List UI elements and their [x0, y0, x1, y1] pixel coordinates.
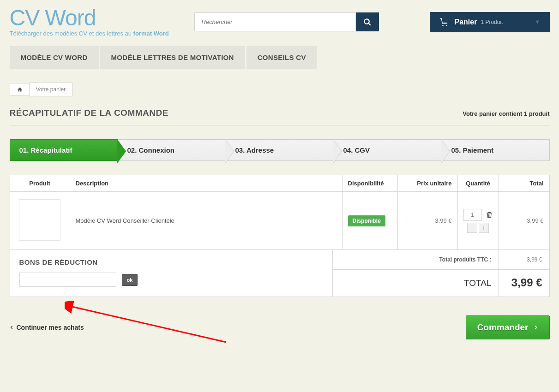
col-product: Produit	[10, 175, 70, 192]
unit-price: 3,99 €	[397, 192, 457, 250]
cart-icon	[439, 18, 449, 27]
chevron-left-icon	[10, 324, 14, 331]
breadcrumb-home[interactable]	[10, 83, 30, 96]
tagline: Télécharger des modèles CV et des lettre…	[10, 30, 180, 37]
quantity-input[interactable]	[463, 209, 482, 221]
continue-shopping-link[interactable]: Continuer mes achats	[10, 324, 84, 331]
logo: CV Word	[10, 7, 180, 29]
voucher-input[interactable]	[19, 273, 116, 287]
cart-widget[interactable]: Panier 1 Produit ▼	[430, 12, 550, 32]
search-icon	[363, 18, 372, 26]
nav-cv-word[interactable]: MODÈLE CV WORD	[10, 46, 99, 69]
search-input[interactable]	[194, 12, 356, 31]
cart-summary-text: Votre panier contient 1 produit	[463, 110, 549, 117]
svg-line-1	[368, 23, 371, 25]
voucher-submit-button[interactable]: ok	[122, 274, 138, 286]
product-thumbnail[interactable]	[19, 199, 60, 241]
checkout-steps: 01. Récapitulatif 02. Connexion 03. Adre…	[10, 139, 550, 161]
col-description: Description	[70, 175, 342, 192]
table-row: Modèle CV Word Conseiller Clientèle Disp…	[10, 192, 549, 250]
chevron-right-icon	[533, 324, 538, 331]
main-nav: MODÈLE CV WORD MODÈLE LETTRES DE MOTIVAT…	[10, 46, 550, 69]
grand-total-value: 3,99 €	[499, 270, 549, 297]
availability-badge: Disponible	[348, 215, 385, 226]
nav-conseils[interactable]: CONSEILS CV	[246, 46, 317, 69]
search-button[interactable]	[356, 12, 379, 31]
step-recap: 01. Récapitulatif	[10, 139, 118, 161]
col-total: Total	[499, 175, 549, 192]
chevron-down-icon: ▼	[535, 18, 541, 25]
trash-icon	[486, 211, 493, 219]
cart-count: 1 Produit	[481, 19, 503, 25]
totals-box: Total produits TTC : 3,99 € TOTAL 3,99 €	[333, 250, 550, 297]
voucher-title: BONS DE RÉDUCTION	[19, 258, 323, 266]
product-description[interactable]: Modèle CV Word Conseiller Clientèle	[70, 192, 342, 250]
cart-table: Produit Description Disponibilité Prix u…	[10, 175, 550, 250]
remove-item-button[interactable]	[486, 211, 493, 219]
breadcrumb: Votre panier	[10, 83, 550, 96]
quantity-plus-button[interactable]: +	[479, 223, 489, 233]
col-unit-price: Prix unitaire	[397, 175, 457, 192]
logo-block[interactable]: CV Word Télécharger des modèles CV et de…	[10, 7, 180, 37]
voucher-box: BONS DE RÉDUCTION ok	[10, 250, 333, 297]
svg-point-0	[364, 19, 369, 24]
step-payment[interactable]: 05. Paiement	[442, 139, 550, 161]
step-cgv[interactable]: 04. CGV	[334, 139, 442, 161]
total-products-value: 3,99 €	[499, 250, 549, 270]
search-form	[194, 12, 379, 31]
breadcrumb-current: Votre panier	[29, 83, 73, 96]
col-quantity: Quantité	[457, 175, 499, 192]
col-availability: Disponibilité	[342, 175, 397, 192]
nav-lettres[interactable]: MODÈLE LETTRES DE MOTIVATION	[100, 46, 245, 69]
total-products-label: Total produits TTC :	[333, 250, 499, 270]
page-title: RÉCAPITULATIF DE LA COMMANDE	[10, 108, 168, 118]
step-address[interactable]: 03. Adresse	[226, 139, 334, 161]
order-button[interactable]: Commander	[466, 315, 550, 339]
cart-label: Panier	[455, 18, 477, 26]
grand-total-label: TOTAL	[333, 270, 499, 297]
step-login[interactable]: 02. Connexion	[118, 139, 226, 161]
quantity-minus-button[interactable]: −	[467, 223, 477, 233]
home-icon	[17, 87, 23, 92]
line-total: 3,99 €	[499, 192, 549, 250]
